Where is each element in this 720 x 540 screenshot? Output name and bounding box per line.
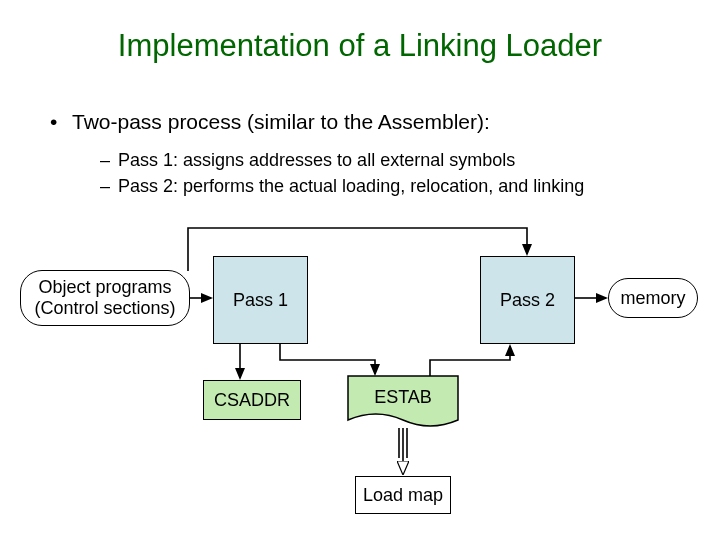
- node-memory: memory: [608, 278, 698, 318]
- loadmap-label: Load map: [363, 485, 443, 506]
- sub-bullet-2-text: Pass 2: performs the actual loading, rel…: [118, 176, 584, 196]
- objprog-line1: Object programs: [34, 277, 175, 298]
- node-estab: ESTAB: [348, 382, 458, 412]
- sub-bullet-1: –Pass 1: assigns addresses to all extern…: [100, 150, 515, 171]
- sub-bullet-1-text: Pass 1: assigns addresses to all externa…: [118, 150, 515, 170]
- node-pass1: Pass 1: [213, 256, 308, 344]
- node-object-programs: Object programs (Control sections): [20, 270, 190, 326]
- node-loadmap: Load map: [355, 476, 451, 514]
- estab-label: ESTAB: [374, 387, 432, 408]
- pass1-label: Pass 1: [233, 290, 288, 311]
- pass2-label: Pass 2: [500, 290, 555, 311]
- node-csaddr: CSADDR: [203, 380, 301, 420]
- objprog-line2: (Control sections): [34, 298, 175, 319]
- bullet-main: •Two-pass process (similar to the Assemb…: [50, 110, 490, 134]
- page-title: Implementation of a Linking Loader: [0, 28, 720, 64]
- sub-bullet-2: –Pass 2: performs the actual loading, re…: [100, 176, 584, 197]
- memory-label: memory: [620, 288, 685, 309]
- csaddr-label: CSADDR: [214, 390, 290, 411]
- node-pass2: Pass 2: [480, 256, 575, 344]
- bullet-main-text: Two-pass process (similar to the Assembl…: [72, 110, 490, 133]
